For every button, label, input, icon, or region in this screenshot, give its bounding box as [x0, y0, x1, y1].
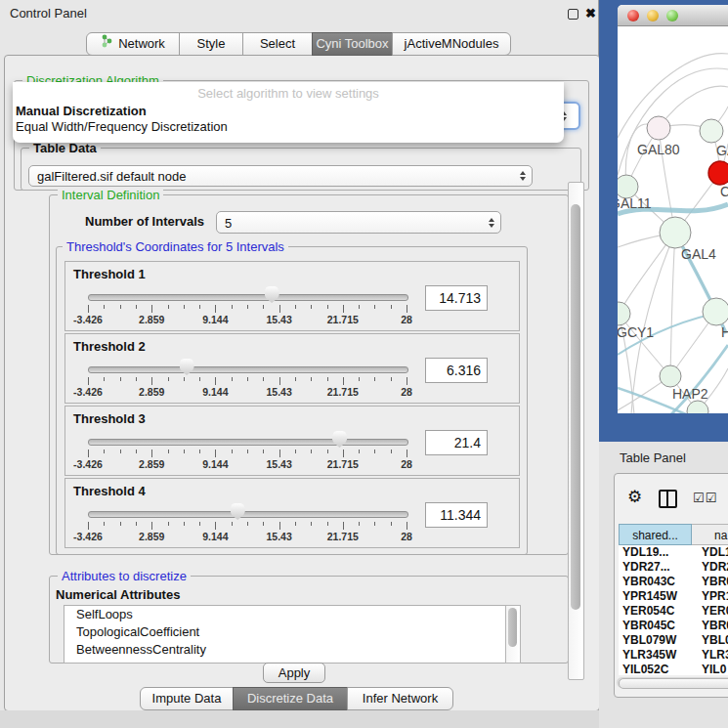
bottom-strip — [0, 710, 599, 728]
major-tick — [151, 305, 152, 313]
threshold-value-field[interactable]: 11.344 — [425, 502, 488, 528]
tab-select[interactable]: Select — [242, 32, 313, 56]
threshold-value-field[interactable]: 14.713 — [425, 285, 488, 311]
attributes-list-scrollbar[interactable] — [505, 605, 521, 664]
minor-tick — [391, 522, 392, 526]
tick-label: 15.43 — [266, 386, 291, 398]
threshold-value-field[interactable]: 21.4 — [425, 430, 488, 455]
minor-tick — [168, 450, 169, 453]
table-hscrollbar[interactable] — [617, 677, 728, 688]
tick-label: 15.43 — [266, 531, 291, 542]
top-tabbar: NetworkStyleSelectCyni ToolboxjActiveMNo… — [86, 32, 511, 56]
popup-option-manual-discretization[interactable]: Manual Discretization — [13, 104, 564, 119]
tab-label: Style — [197, 33, 226, 55]
column-header-name[interactable]: na — [692, 524, 728, 545]
svg-text:GAL4: GAL4 — [681, 246, 716, 262]
tab-discretize-data[interactable]: Discretize Data — [233, 687, 348, 710]
svg-text:C: C — [720, 184, 728, 199]
minor-tick — [199, 305, 200, 309]
screen: Control Panel ✖ NetworkStyleSelectCyni T… — [0, 0, 728, 728]
cell-name: YBR0 — [692, 619, 728, 633]
tab-network[interactable]: Network — [86, 32, 180, 56]
major-tick — [88, 450, 89, 457]
minor-tick — [327, 305, 328, 309]
table-row[interactable]: YBR043CYBR0 — [619, 575, 728, 589]
table-row[interactable]: YBR045CYBR0 — [619, 619, 728, 633]
tick-label: 28 — [401, 314, 412, 325]
gear-icon[interactable]: ⚙ — [627, 487, 642, 507]
cell-name: YDL1 — [692, 545, 728, 560]
column-header-shared[interactable]: shared... — [619, 524, 692, 545]
minor-tick — [184, 377, 185, 381]
scrollbar-thumb[interactable] — [571, 204, 580, 610]
table-row[interactable]: YDL19...YDL1 — [619, 545, 728, 560]
minor-tick — [391, 377, 392, 381]
threshold-value-field[interactable]: 6.316 — [425, 358, 488, 383]
tab-jactivemnodules[interactable]: jActiveMNodules — [392, 32, 511, 56]
columns-icon[interactable] — [659, 490, 677, 508]
cell-shared-name: YIL052C — [619, 663, 692, 675]
number-of-intervals-combo[interactable]: 5 — [216, 211, 501, 234]
tab-cyni-toolbox[interactable]: Cyni Toolbox — [312, 32, 393, 56]
control-panel-window: Control Panel ✖ NetworkStyleSelectCyni T… — [0, 0, 599, 728]
minor-tick — [232, 377, 233, 381]
attribute-item-betweennesscentrality[interactable]: BetweennessCentrality — [64, 641, 506, 659]
table-row[interactable]: YBL079WYBL0 — [619, 633, 728, 648]
major-tick — [88, 305, 89, 313]
minor-tick — [311, 450, 312, 453]
table-row[interactable]: YER054CYER0 — [619, 604, 728, 619]
table-row[interactable]: YIL052CYIL0 — [619, 663, 728, 675]
minor-tick — [247, 305, 248, 309]
tick-label: -3.426 — [73, 314, 103, 325]
tab-label: Network — [118, 33, 165, 55]
slider-track[interactable] — [88, 366, 408, 373]
scrollbar-thumb[interactable] — [508, 608, 517, 647]
scrollbar-thumb[interactable] — [619, 678, 728, 689]
cell-shared-name: YPR145W — [619, 589, 692, 604]
major-tick — [407, 377, 407, 385]
popup-option-equal-width-frequency-discretization[interactable]: Equal Width/Frequency Discretization — [13, 119, 564, 135]
network-window-titlebar[interactable] — [618, 5, 728, 26]
apply-button[interactable]: Apply — [263, 663, 325, 683]
zoom-traffic-light-icon[interactable] — [666, 10, 678, 21]
tab-style[interactable]: Style — [179, 32, 243, 56]
minor-tick — [232, 305, 233, 309]
table-row[interactable]: YLR345WYLR3 — [619, 648, 728, 663]
numerical-attributes-list[interactable]: SelfLoopsTopologicalCoefficientBetweenne… — [64, 605, 507, 664]
close-icon[interactable]: ✖ — [585, 6, 596, 21]
minor-tick — [168, 305, 169, 309]
major-tick — [151, 522, 152, 530]
slider-track[interactable] — [88, 294, 408, 301]
attribute-item-selfloops[interactable]: SelfLoops — [64, 606, 506, 623]
tab-impute-data[interactable]: Impute Data — [140, 687, 234, 710]
major-tick — [343, 377, 344, 385]
checkbox-icons[interactable]: ☑☑ — [693, 491, 717, 505]
threshold-1-panel: Threshold 1-3.4262.8599.14415.4321.71528… — [64, 261, 520, 331]
float-window-icon[interactable] — [568, 9, 578, 20]
table-panel-box: ⚙ ☑☑ shared... na YDL19...YDL1YDR27...YD… — [614, 473, 728, 698]
attribute-item-topologicalcoefficient[interactable]: TopologicalCoefficient — [64, 623, 506, 641]
table-data-combo[interactable]: galFiltered.sif default node — [28, 165, 533, 187]
minimize-traffic-light-icon[interactable] — [647, 10, 659, 21]
minor-tick — [263, 305, 264, 309]
minor-tick — [184, 305, 185, 309]
cell-name: YBR0 — [692, 575, 728, 589]
table-row[interactable]: YDR27...YDR2 — [619, 560, 728, 575]
minor-tick — [247, 377, 248, 381]
close-traffic-light-icon[interactable] — [627, 10, 639, 21]
slider-track[interactable] — [88, 439, 408, 446]
cell-name: YER0 — [692, 604, 728, 619]
major-tick — [88, 377, 89, 385]
table-row[interactable]: YPR145WYPR1 — [619, 589, 728, 604]
minor-tick — [263, 522, 264, 526]
tab-label: Infer Network — [363, 688, 438, 709]
table-panel-title: Table Panel — [620, 450, 686, 465]
attributes-group: Attributes to discretize Numerical Attri… — [49, 576, 569, 664]
slider-track[interactable] — [88, 511, 408, 518]
tick-label: 21.715 — [327, 314, 359, 325]
minor-tick — [136, 377, 137, 381]
network-canvas[interactable]: GAL80GACGAL11GAL4GCY1HHAP2 — [618, 26, 728, 413]
tab-infer-network[interactable]: Infer Network — [347, 687, 453, 710]
minor-tick — [359, 522, 360, 526]
settings-scrollbar[interactable] — [568, 182, 584, 680]
